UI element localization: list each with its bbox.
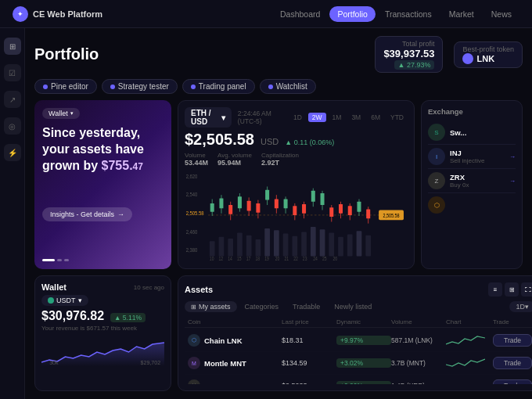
coin-xrp: ✕ XRP XRP — [188, 379, 282, 384]
xrp-sparkline — [446, 378, 485, 384]
table-row: ✕ XRP XRP $0.5023 +0.00% 1.4B (XRP) Trad… — [185, 375, 532, 384]
exchange-zrx-action[interactable]: → — [509, 178, 516, 185]
time-1d[interactable]: 1D — [289, 113, 306, 122]
wallet-amount: $755.47 — [102, 159, 143, 172]
nav-links: Dashboard Portfolio Transactions Market … — [272, 6, 519, 22]
dot-active — [42, 259, 55, 261]
svg-text:$29,702: $29,702 — [141, 360, 161, 365]
chart-price: $2,505.58 — [185, 131, 254, 149]
sidebar-icon-bolt[interactable]: ⚡ — [4, 144, 21, 161]
montle-sparkline — [446, 355, 485, 371]
chain-sparkline — [446, 332, 485, 348]
total-profit-value: $39,937.53 — [383, 48, 434, 59]
svg-rect-33 — [265, 190, 269, 200]
svg-rect-12 — [246, 235, 252, 257]
assets-col-headers: Coin Last price Dynamic Volume Chart Tra… — [185, 317, 532, 328]
chain-price: $18.31 — [282, 336, 336, 344]
my-assets-icon: ⊞ — [191, 304, 196, 311]
middle-grid: Wallet ▾ Since yesterday, your assets ha… — [34, 100, 523, 269]
nav-market[interactable]: Market — [441, 6, 482, 22]
chain-icon: ⬡ — [188, 334, 200, 347]
strategy-tester-button[interactable]: Strategy tester — [102, 79, 178, 94]
wallet-revenue-sub: Your revenue is $671.57 this week — [41, 325, 164, 332]
xrp-dynamic: +0.00% — [336, 381, 391, 384]
svg-rect-51 — [293, 206, 297, 215]
exchange-zrx-name: ZRX — [450, 173, 469, 182]
svg-rect-49 — [275, 200, 279, 209]
pine-editor-button[interactable]: Pine editor — [34, 79, 97, 94]
nav-transactions[interactable]: Transactions — [377, 6, 440, 22]
usdt-selector[interactable]: USDT ▾ — [41, 295, 88, 306]
time-2w[interactable]: 2W — [308, 113, 326, 122]
total-profit-box: Total profit $39,937.53 ▲ 27.93% — [375, 36, 443, 73]
tab-categories[interactable]: Categories — [239, 301, 286, 312]
logo: ✦ CE Web Platform — [13, 6, 102, 22]
wallet-badge[interactable]: Wallet ▾ — [42, 108, 80, 119]
exchange-item-sw[interactable]: S Sw... — [428, 120, 516, 145]
time-3m[interactable]: 3M — [347, 113, 365, 122]
view-expand-button[interactable]: ⛶ — [521, 282, 532, 297]
time-buttons: 1D 2W 1M 3M 6M YTD — [289, 113, 408, 122]
exchange-inj-action[interactable]: → — [509, 153, 516, 160]
insights-button[interactable]: Insights - Get details → — [42, 207, 132, 221]
table-row: M Montle MNT $134.59 +3.02% 3.7B (MNT) T… — [185, 352, 532, 375]
total-profit-label: Total profit — [383, 40, 434, 48]
nav-news[interactable]: News — [483, 6, 519, 22]
watchlist-button[interactable]: Watchlist — [260, 79, 316, 94]
svg-text:20: 20 — [275, 256, 280, 261]
sidebar-icon-grid[interactable]: ⊞ — [4, 38, 21, 55]
total-profit-change: ▲ 27.93% — [394, 60, 435, 70]
exchange-inj-name: INJ — [450, 149, 484, 157]
candlestick-chart: 2,620 2,540 2,505.58 2,460 2,380 2,505.5… — [185, 170, 408, 262]
period-selector[interactable]: 1D▾ — [509, 301, 532, 312]
svg-text:25: 25 — [322, 256, 327, 261]
exchange-title: Exchange — [428, 107, 516, 116]
exchange-item-hex[interactable]: ⬡ — [428, 193, 516, 217]
tab-newly-listed[interactable]: Newly listed — [328, 301, 378, 312]
insights-arrow-icon: → — [117, 210, 124, 218]
assets-card: Assets ≡ ⊞ ⛶ ⊞ My assets Categories — [178, 275, 532, 391]
xrp-trade-button[interactable]: Trade — [493, 379, 532, 384]
svg-text:30k: 30k — [49, 360, 59, 365]
svg-text:15: 15 — [237, 256, 242, 261]
tab-tradable[interactable]: Tradable — [286, 301, 326, 312]
nav-dashboard[interactable]: Dashboard — [272, 6, 328, 22]
right-panel: Exchange S Sw... I INJ Sell injective — [421, 100, 523, 269]
svg-rect-15 — [274, 230, 279, 256]
view-grid-button[interactable]: ⊞ — [505, 282, 519, 297]
exchange-item-inj[interactable]: I INJ Sell injective → — [428, 145, 516, 169]
best-profit-box: Best-profit token LNK — [454, 41, 523, 68]
exchange-sw-name: Sw... — [450, 128, 466, 137]
chart-pair-selector[interactable]: ETH / USD ▾ — [185, 107, 232, 128]
montle-dynamic: +3.02% — [336, 358, 391, 368]
montle-trade-button[interactable]: Trade — [493, 357, 532, 369]
svg-text:22: 22 — [293, 256, 298, 261]
chart-stat-volume: Volume 53.44M — [185, 152, 208, 167]
time-6m[interactable]: 6M — [367, 113, 384, 122]
sidebar-icon-check[interactable]: ☑ — [4, 64, 21, 81]
sidebar-icon-arrow[interactable]: ↗ — [4, 91, 21, 108]
sidebar: ⊞ ☑ ↗ ◎ ⚡ — [0, 28, 25, 399]
chart-area[interactable]: 2,620 2,540 2,505.58 2,460 2,380 2,505.5… — [185, 170, 408, 262]
svg-rect-20 — [320, 229, 325, 256]
time-1m[interactable]: 1M — [329, 113, 346, 122]
view-list-button[interactable]: ≡ — [488, 282, 502, 297]
svg-rect-59 — [348, 206, 352, 215]
chain-name: Chain LNK — [204, 336, 243, 345]
best-profit-label: Best-profit token — [462, 45, 514, 53]
svg-rect-17 — [292, 236, 297, 257]
chain-trade-button[interactable]: Trade — [493, 334, 532, 347]
svg-text:23: 23 — [303, 256, 307, 261]
nav-portfolio[interactable]: Portfolio — [329, 6, 376, 22]
exchange-item-zrx[interactable]: Z ZRX Buy 0x → — [428, 169, 516, 193]
tab-my-assets[interactable]: ⊞ My assets — [185, 301, 237, 312]
time-ytd[interactable]: YTD — [386, 113, 408, 122]
svg-rect-22 — [338, 237, 343, 257]
xrp-price: $0.5023 — [282, 382, 336, 384]
svg-text:2,505.58: 2,505.58 — [186, 210, 204, 216]
svg-text:19: 19 — [264, 256, 269, 261]
svg-text:2,460: 2,460 — [186, 228, 198, 235]
trading-panel-button[interactable]: Trading panel — [182, 79, 255, 94]
svg-rect-37 — [311, 191, 315, 202]
sidebar-icon-circle[interactable]: ◎ — [4, 117, 21, 135]
